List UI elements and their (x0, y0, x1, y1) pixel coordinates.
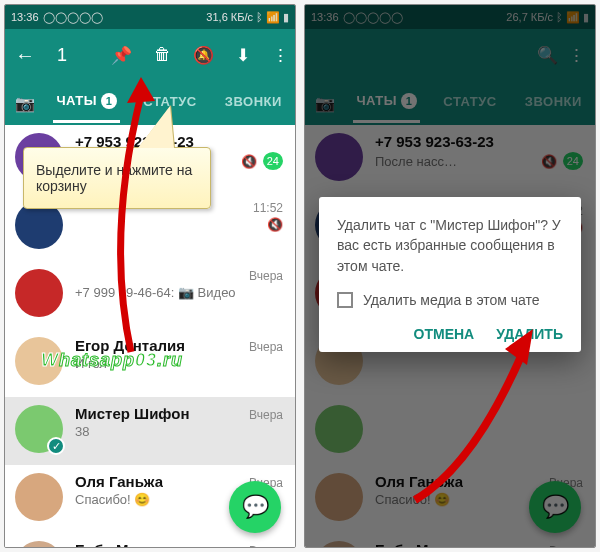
delete-button[interactable]: УДАЛИТЬ (496, 326, 563, 342)
tab-chats[interactable]: ЧАТЫ1 (45, 93, 128, 114)
tooltip-hint: Выделите и нажмите на корзину (23, 147, 211, 209)
checkbox-icon[interactable] (337, 292, 353, 308)
net-speed: 31,6 КБ/с (206, 11, 253, 23)
dialog-text: Удалить чат с "Мистер Шифон"? У вас есть… (337, 215, 563, 276)
muted-icon: 🔇 (241, 154, 257, 169)
avatar[interactable] (15, 269, 63, 317)
chat-time: 11:52 (253, 201, 283, 215)
chat-time: Вчера (249, 269, 283, 283)
tab-calls[interactable]: ЗВОНКИ (212, 94, 295, 113)
chat-time: Вчера (249, 544, 283, 547)
chat-row[interactable]: ✓Мистер ШифонВчера38 (5, 397, 295, 465)
watermark: Whatsapp03.ru (41, 350, 183, 371)
chat-name: Мистер Шифон (75, 405, 190, 422)
more-icon[interactable]: ⋮ (272, 45, 289, 66)
chat-row[interactable]: Вчера+7 999 89-46-64: 📷 Видео (5, 261, 295, 329)
app-indicator-icon: ◯◯◯◯◯ (43, 11, 103, 24)
chat-time: Вчера (249, 340, 283, 354)
checkbox-label: Удалить медиа в этом чате (363, 292, 540, 308)
unread-badge: 1 (101, 93, 117, 109)
chat-preview: 38 (75, 424, 89, 439)
back-icon[interactable]: ← (15, 44, 35, 67)
avatar[interactable]: ✓ (15, 405, 63, 453)
phone-right: 13:36 ◯◯◯◯◯ 26,7 КБ/с ᛒ 📶 ▮ 🔍 ⋮ 📷 ЧАТЫ1 … (304, 4, 596, 548)
chat-preview: Спасибо! 😊 (75, 492, 150, 507)
unread-count: 24 (263, 152, 283, 170)
trash-icon[interactable]: 🗑 (154, 45, 171, 65)
archive-icon[interactable]: ⬇ (236, 45, 250, 66)
signal-icon: 📶 (266, 11, 280, 24)
mute-icon[interactable]: 🔕 (193, 45, 214, 66)
statusbar: 13:36 ◯◯◯◯◯ 31,6 КБ/с ᛒ 📶 ▮ (5, 5, 295, 29)
battery-icon: ▮ (283, 11, 289, 24)
new-chat-fab[interactable]: 💬 (229, 481, 281, 533)
chat-name: Оля Ганьжа (75, 473, 163, 490)
check-icon: ✓ (47, 437, 65, 455)
selection-count: 1 (57, 45, 67, 66)
chat-preview: +7 999 89-46-64: 📷 Видео (75, 285, 236, 300)
clock: 13:36 (11, 11, 39, 23)
camera-tab-icon[interactable]: 📷 (5, 94, 45, 113)
bluetooth-icon: ᛒ (256, 11, 263, 23)
pin-icon[interactable]: 📌 (111, 45, 132, 66)
chat-time: Вчера (249, 408, 283, 422)
delete-chat-dialog: Удалить чат с "Мистер Шифон"? У вас есть… (319, 197, 581, 352)
delete-media-checkbox-row[interactable]: Удалить медиа в этом чате (337, 292, 563, 308)
cancel-button[interactable]: ОТМЕНА (414, 326, 475, 342)
avatar[interactable] (15, 541, 63, 547)
muted-icon: 🔇 (267, 217, 283, 232)
chat-name: Баба Мтс (75, 541, 144, 547)
avatar[interactable] (15, 473, 63, 521)
selection-appbar: ← 1 📌 🗑 🔕 ⬇ ⋮ (5, 29, 295, 81)
phone-left: 13:36 ◯◯◯◯◯ 31,6 КБ/с ᛒ 📶 ▮ ← 1 📌 🗑 🔕 ⬇ … (4, 4, 296, 548)
chat-row[interactable]: Баба МтсВчераСережа, спасибо большое. (5, 533, 295, 547)
